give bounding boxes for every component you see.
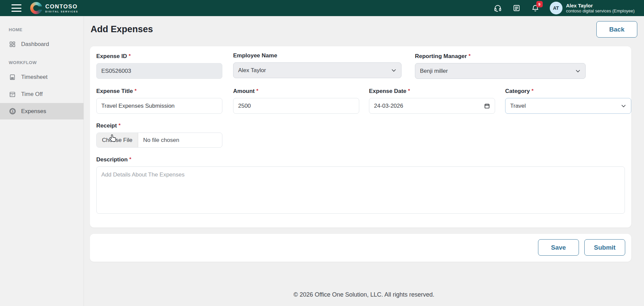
required-marker: * (118, 122, 120, 128)
expense-title-label: Expense Title* (96, 87, 222, 95)
required-marker: * (532, 88, 534, 93)
required-marker: * (129, 53, 131, 58)
contoso-logo-icon (30, 2, 42, 14)
back-button[interactable]: Back (596, 21, 637, 38)
expense-date-label: Expense Date* (369, 87, 495, 95)
user-name: Alex Taylor (566, 3, 635, 8)
expense-id-field: Expense ID* (96, 52, 222, 79)
timesheet-icon (9, 73, 16, 81)
expense-id-input[interactable] (96, 63, 222, 79)
time-off-icon (9, 91, 16, 98)
form-actions-card: Save Submit (90, 234, 631, 262)
required-marker: * (469, 53, 471, 58)
category-label: Category* (505, 87, 631, 95)
sidebar-item-time-off[interactable]: Time Off (0, 86, 84, 102)
dashboard-icon (9, 41, 16, 48)
main-content: Add Expenses Back Expense ID* Employee N… (84, 16, 644, 306)
receipt-label: Receipt* (96, 121, 222, 130)
sidebar-item-label: Dashboard (21, 41, 49, 48)
brand-tagline: DIGITAL SERVICES (45, 10, 78, 13)
avatar: AT (550, 2, 562, 14)
svg-text:$: $ (11, 110, 13, 113)
expenses-icon: $ (9, 108, 16, 115)
top-bar: CONTOSO DIGITAL SERVICES 9 (0, 0, 644, 16)
reporting-manager-label: Reporting Manager* (415, 52, 586, 60)
expense-date-input[interactable]: 24-03-2026 (369, 98, 495, 114)
footer-copyright: © 2026 Office One Solution, LLC. All rig… (84, 291, 644, 298)
news-icon[interactable] (512, 4, 521, 12)
user-menu[interactable]: AT Alex Taylor contoso digital services … (550, 2, 635, 14)
brand-logo: CONTOSO DIGITAL SERVICES (30, 2, 78, 14)
chevron-down-icon (621, 103, 626, 109)
headset-icon[interactable] (493, 4, 502, 12)
expense-title-field: Expense Title* (96, 87, 222, 114)
amount-label: Amount* (233, 87, 359, 95)
choose-file-button[interactable]: Choose File (97, 133, 138, 147)
required-marker: * (135, 88, 137, 93)
expense-title-input[interactable] (96, 98, 222, 114)
chevron-down-icon (391, 68, 396, 73)
receipt-field: Receipt* Choose File No file chosen (96, 121, 222, 148)
calendar-icon[interactable] (484, 103, 490, 109)
expense-id-label: Expense ID* (96, 52, 222, 60)
expense-date-value: 24-03-2026 (374, 103, 403, 109)
chevron-down-icon (575, 68, 581, 74)
sidebar-section-home: HOME (0, 24, 84, 35)
required-marker: * (129, 156, 131, 162)
reporting-manager-field: Reporting Manager* Benji miller (415, 52, 586, 79)
brand-name: CONTOSO (45, 4, 78, 9)
reporting-manager-value: Benji miller (420, 68, 448, 74)
notification-badge: 9 (536, 1, 543, 7)
description-label: Description* (96, 155, 625, 163)
sidebar-item-label: Time Off (21, 91, 43, 98)
expense-form-card: Expense ID* Employee Name Alex Taylor Re… (90, 46, 631, 227)
expense-date-field: Expense Date* 24-03-2026 (369, 87, 495, 114)
employee-name-select[interactable]: Alex Taylor (233, 62, 401, 78)
description-textarea[interactable] (96, 166, 625, 214)
user-org: contoso digital services (Employee) (566, 8, 635, 14)
sidebar-item-label: Timesheet (21, 74, 48, 81)
amount-field: Amount* (233, 87, 359, 114)
menu-icon[interactable] (11, 4, 21, 12)
receipt-file-input[interactable]: Choose File No file chosen (96, 133, 222, 148)
sidebar-item-timesheet[interactable]: Timesheet (0, 69, 84, 85)
file-status-text: No file chosen (138, 133, 184, 147)
bell-icon[interactable]: 9 (531, 4, 540, 12)
sidebar-item-dashboard[interactable]: Dashboard (0, 36, 84, 52)
employee-name-label: Employee Name (233, 52, 401, 59)
submit-button[interactable]: Submit (584, 239, 625, 256)
employee-name-field: Employee Name Alex Taylor (233, 52, 401, 78)
required-marker: * (408, 88, 410, 93)
amount-input[interactable] (233, 98, 359, 114)
save-button[interactable]: Save (538, 239, 579, 256)
category-value: Travel (510, 103, 526, 109)
reporting-manager-select[interactable]: Benji miller (415, 63, 586, 79)
sidebar-item-label: Expenses (21, 108, 46, 115)
category-select[interactable]: Travel (505, 98, 631, 114)
sidebar-item-expenses[interactable]: $ Expenses (0, 103, 84, 119)
description-field: Description* (96, 155, 625, 214)
required-marker: * (256, 88, 258, 93)
employee-name-value: Alex Taylor (238, 67, 266, 74)
category-field: Category* Travel (505, 87, 631, 114)
page-title: Add Expenses (91, 24, 153, 35)
sidebar: HOME Dashboard WORKFLOW Timesheet (0, 16, 84, 306)
sidebar-section-workflow: WORKFLOW (0, 57, 84, 68)
